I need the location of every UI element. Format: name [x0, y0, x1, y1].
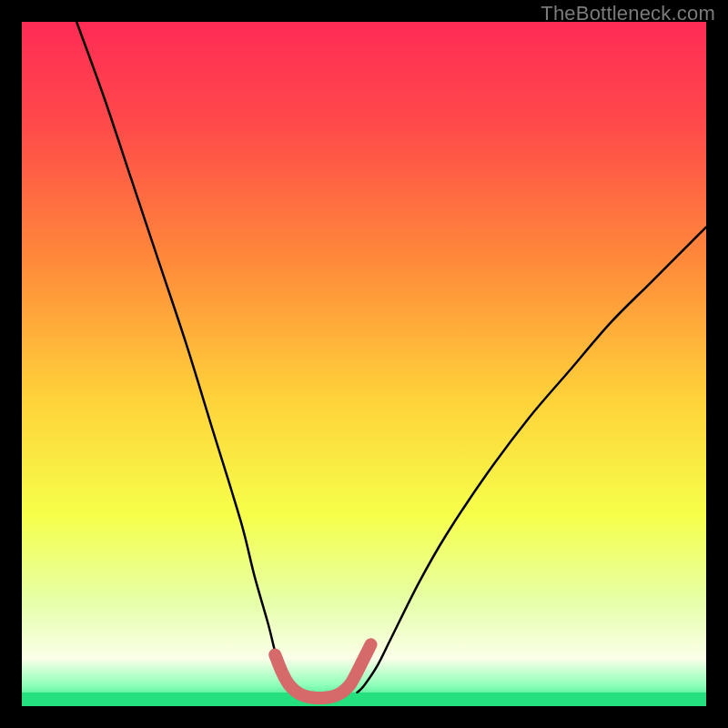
plot-area [22, 22, 706, 706]
bottom-band [22, 693, 706, 706]
chart-svg [22, 22, 706, 706]
chart-frame: TheBottleneck.com [0, 0, 728, 728]
gradient-background [22, 22, 706, 706]
